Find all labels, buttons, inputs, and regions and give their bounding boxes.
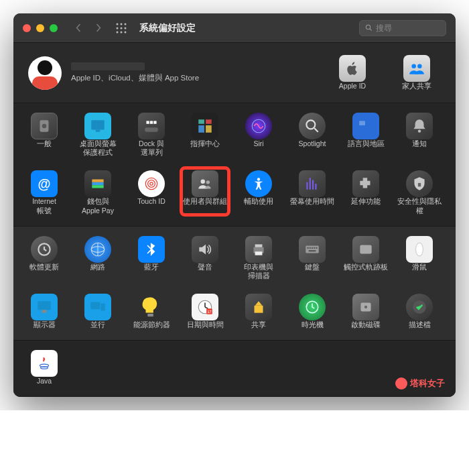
pref-bt[interactable]: 藍牙 <box>127 236 176 280</box>
search-input[interactable] <box>376 23 440 33</box>
pref-screentime[interactable]: 螢幕使用時間 <box>288 170 336 215</box>
pref-display[interactable]: 顯示器 <box>20 294 68 329</box>
spotlight-icon <box>299 113 326 139</box>
pref-network[interactable]: 網路 <box>74 236 122 280</box>
pref-general[interactable]: 一般 <box>20 113 68 157</box>
account-name-redacted <box>71 62 145 70</box>
svg-rect-16 <box>96 130 100 132</box>
pref-touchid-label: Touch ID <box>137 197 165 206</box>
svg-rect-17 <box>145 127 158 132</box>
pref-wallet[interactable]: 錢包與 Apple Pay <box>74 170 122 215</box>
svg-rect-33 <box>92 182 103 185</box>
svg-point-57 <box>416 243 423 256</box>
svg-rect-62 <box>147 314 153 316</box>
svg-rect-54 <box>316 247 317 248</box>
svg-rect-23 <box>198 125 204 133</box>
pref-internet-label: Internet 帳號 <box>32 197 56 215</box>
svg-rect-24 <box>206 125 212 133</box>
pref-datetime[interactable]: 17日期與時間 <box>181 294 229 329</box>
family-icon <box>403 55 430 82</box>
pref-timemachine[interactable]: 時光機 <box>288 294 336 329</box>
search-field[interactable] <box>359 20 446 36</box>
svg-rect-34 <box>92 186 103 188</box>
pref-update-label: 軟體更新 <box>29 263 59 272</box>
zoom-button[interactable] <box>50 24 58 32</box>
section-2: Java塔科女子 <box>13 341 456 397</box>
close-button[interactable] <box>23 24 31 32</box>
pref-keyboard[interactable]: 鍵盤 <box>288 236 336 280</box>
security-icon <box>406 170 433 197</box>
pref-family[interactable]: 家人共享 <box>393 55 441 91</box>
window-controls <box>23 24 58 32</box>
svg-point-4 <box>121 27 123 29</box>
pref-users[interactable]: 使用者與群組 <box>181 170 229 215</box>
account-info[interactable]: Apple ID、iCloud、媒體與 App Store <box>71 62 328 83</box>
pref-sidecar[interactable]: 並行 <box>74 294 122 329</box>
pref-display-label: 顯示器 <box>34 320 56 329</box>
svg-point-3 <box>117 27 119 29</box>
svg-text:17: 17 <box>207 310 211 314</box>
sound-icon <box>192 236 218 263</box>
watermark-icon <box>395 377 407 390</box>
pref-access[interactable]: 輔助使用 <box>234 170 283 215</box>
forward-button[interactable] <box>91 21 106 36</box>
minimize-button[interactable] <box>36 24 44 32</box>
pref-java[interactable]: Java <box>20 350 68 385</box>
show-all-button[interactable] <box>113 21 130 36</box>
pref-sharing[interactable]: 共享 <box>234 294 283 329</box>
pref-mission[interactable]: 指揮中心 <box>181 113 229 157</box>
mission-icon <box>192 113 218 139</box>
pref-screentime-label: 螢幕使用時間 <box>290 197 334 206</box>
svg-point-40 <box>257 178 260 181</box>
back-button[interactable] <box>71 21 86 36</box>
pref-spotlight[interactable]: Spotlight <box>288 113 336 157</box>
pref-startup[interactable]: 啟動磁碟 <box>342 294 390 329</box>
wallet-icon <box>84 170 111 197</box>
account-subtitle: Apple ID、iCloud、媒體與 App Store <box>71 73 328 83</box>
svg-line-27 <box>314 128 318 131</box>
svg-rect-60 <box>90 302 100 309</box>
pref-security-label: 安全性與隱私權 <box>395 197 444 215</box>
pref-ext[interactable]: 延伸功能 <box>342 170 390 215</box>
pref-profile[interactable]: 描述檔 <box>395 294 444 329</box>
pref-lang[interactable]: 語言與地區 <box>342 113 390 157</box>
pref-ext-label: 延伸功能 <box>351 197 381 206</box>
pref-spotlight-label: Spotlight <box>299 139 326 148</box>
svg-point-14 <box>42 124 47 129</box>
pref-appleid[interactable]: Apple ID <box>328 55 377 91</box>
pref-access-label: 輔助使用 <box>244 197 273 206</box>
pref-lang-label: 語言與地區 <box>348 139 385 148</box>
pref-mouse[interactable]: 滑鼠 <box>395 236 444 280</box>
svg-rect-18 <box>146 121 149 124</box>
svg-rect-56 <box>360 245 371 253</box>
pref-notif-label: 通知 <box>412 139 427 148</box>
svg-rect-19 <box>150 121 153 124</box>
svg-rect-20 <box>153 121 156 124</box>
pref-dock[interactable]: Dock 與 選單列 <box>127 113 176 157</box>
user-avatar[interactable] <box>28 56 62 90</box>
pref-notif[interactable]: 通知 <box>395 113 444 157</box>
pref-desktop-label: 桌面與螢幕 保護程式 <box>80 139 117 157</box>
pref-sidecar-label: 並行 <box>90 320 105 329</box>
pref-trackpad[interactable]: 觸控式軌跡板 <box>342 236 390 280</box>
pref-sound[interactable]: 聲音 <box>181 236 229 280</box>
section-0: 一般桌面與螢幕 保護程式Dock 與 選單列指揮中心SiriSpotlight語… <box>13 103 456 227</box>
search-icon <box>365 23 373 32</box>
pref-security[interactable]: 安全性與隱私權 <box>395 170 444 215</box>
pref-appleid-label: Apple ID <box>339 82 366 91</box>
pref-internet[interactable]: @Internet 帳號 <box>20 170 68 215</box>
titlebar: 系統偏好設定 <box>13 13 456 43</box>
network-icon <box>84 236 111 263</box>
pref-touchid[interactable]: Touch ID <box>127 170 176 215</box>
svg-rect-51 <box>310 247 311 248</box>
pref-update[interactable]: 軟體更新 <box>20 236 68 280</box>
pref-energy[interactable]: 能源節約器 <box>127 294 176 329</box>
pref-desktop[interactable]: 桌面與螢幕 保護程式 <box>74 113 122 157</box>
pref-printer[interactable]: 印表機與 掃描器 <box>234 236 283 280</box>
pref-sound-label: 聲音 <box>198 263 212 272</box>
svg-point-2 <box>125 23 127 25</box>
pref-siri[interactable]: Siri <box>234 113 283 157</box>
svg-point-11 <box>411 64 416 69</box>
update-icon <box>31 236 58 263</box>
pref-keyboard-label: 鍵盤 <box>305 263 320 272</box>
